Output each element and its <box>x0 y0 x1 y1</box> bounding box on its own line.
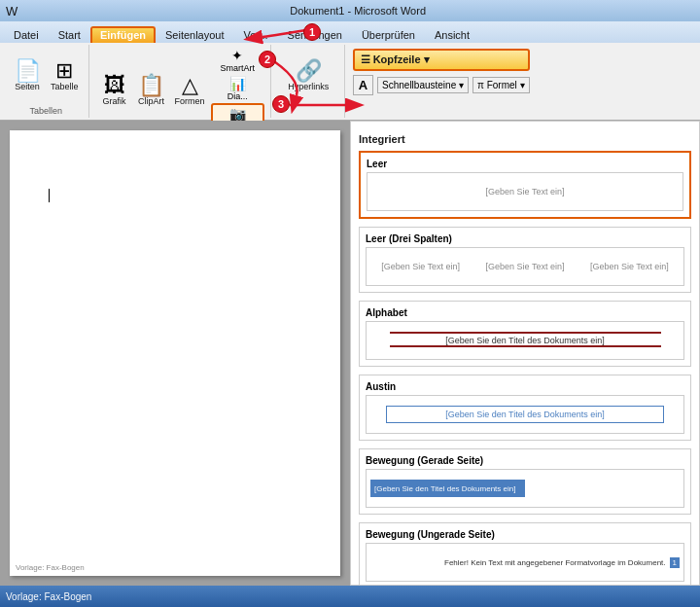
template-bewegung-ungerade-inner: Fehler! Kein Text mit angegebener Format… <box>366 543 684 582</box>
clipart-button[interactable]: 📋 ClipArt <box>134 73 169 108</box>
tabelle-button[interactable]: ⊞ Tabelle <box>47 58 83 93</box>
template-leer-inner: [Geben Sie Text ein] <box>367 172 683 211</box>
text-cursor <box>49 189 50 202</box>
document-page[interactable]: Vorlage: Fax-Bogen <box>10 130 340 576</box>
diagramm-icon: 📊 <box>229 76 246 91</box>
word-icon: W <box>6 4 18 18</box>
title-bar-text: Dokument1 - Microsoft Word <box>21 5 694 17</box>
alphabet-line <box>390 332 661 334</box>
template-alphabet-inner: [Geben Sie den Titel des Dokuments ein] <box>366 321 684 360</box>
template-alphabet[interactable]: Alphabet [Geben Sie den Titel des Dokume… <box>359 301 691 367</box>
formel-button[interactable]: π Formel ▾ <box>472 77 530 93</box>
formen-label: Formen <box>175 96 205 106</box>
hyperlinks-label: Hyperlinks <box>288 82 329 91</box>
tabellen-group-label: Tabellen <box>30 104 63 116</box>
fehler-bar: 1 <box>670 557 680 568</box>
seiten-button[interactable]: 📄 Seiten <box>10 58 45 93</box>
diagramm-button[interactable]: 📊 Dia... <box>211 75 265 102</box>
tab-einfuegen[interactable]: Einfügen <box>90 26 156 43</box>
bewegung-gerade-content: [Geben Sie den Titel des Dokuments ein] <box>367 476 683 501</box>
ribbon-tabs: Datei Start Einfügen Seitenlayout Ver...… <box>0 21 700 43</box>
austin-text: [Geben Sie den Titel des Dokuments ein] <box>386 406 664 423</box>
template-leer-drei[interactable]: Leer (Drei Spalten) [Geben Sie Text ein]… <box>359 227 691 293</box>
template-austin[interactable]: Austin [Geben Sie den Titel des Dokument… <box>359 375 691 441</box>
kopfzeile-button[interactable]: ☰ Kopfzeile ▾ <box>353 49 530 71</box>
main-area: Vorlage: Fax-Bogen Integriert Leer [Gebe… <box>0 121 700 586</box>
template-bewegung-ungerade[interactable]: Bewegung (Ungerade Seite) Fehler! Kein T… <box>359 522 691 586</box>
status-bar: Vorlage: Fax-Bogen <box>0 586 700 607</box>
badge-3: 3 <box>272 95 290 113</box>
title-bar: W Dokument1 - Microsoft Word <box>0 0 700 21</box>
template-col2: [Geben Sie Text ein] <box>474 262 575 271</box>
diagramm-label: Dia... <box>228 91 248 101</box>
ribbon-group-illustrationen: 🖼 Grafik 📋 ClipArt △ Formen ✦ SmartArt <box>91 45 272 118</box>
template-col3: [Geben Sie Text ein] <box>579 262 680 271</box>
formen-icon: △ <box>182 75 198 96</box>
clipart-label: ClipArt <box>138 96 164 106</box>
tabelle-label: Tabelle <box>51 82 79 91</box>
a-button[interactable]: A <box>353 75 373 95</box>
template-leer-text: [Geben Sie Text ein] <box>486 187 565 196</box>
bewegung-bar-text: [Geben Sie den Titel des Dokuments ein] <box>374 484 515 493</box>
tab-seitenlayout[interactable]: Seitenlayout <box>156 26 234 43</box>
tab-ansicht[interactable]: Ansicht <box>425 26 479 43</box>
smartart-icon: ✦ <box>231 48 243 63</box>
template-bewegung-ungerade-title: Bewegung (Ungerade Seite) <box>366 529 684 540</box>
seiten-icon: 📄 <box>15 60 41 82</box>
template-bewegung-gerade-inner: [Geben Sie den Titel des Dokuments ein] <box>366 469 684 508</box>
template-bewegung-gerade[interactable]: Bewegung (Gerade Seite) [Geben Sie den T… <box>359 448 691 515</box>
grafik-icon: 🖼 <box>104 75 125 96</box>
schnellbausteine-button[interactable]: Schnellbausteine ▾ <box>377 77 469 93</box>
badge-1: 1 <box>303 23 321 41</box>
hyperlinks-icon: 🔗 <box>296 60 322 82</box>
bewegung-ungerade-content: Fehler! Kein Text mit angegebener Format… <box>368 555 682 570</box>
tab-datei[interactable]: Datei <box>4 26 49 43</box>
smartart-button[interactable]: ✦ SmartArt <box>211 47 265 74</box>
grafik-label: Grafik <box>103 96 126 106</box>
tab-start[interactable]: Start <box>49 26 90 43</box>
template-austin-title: Austin <box>366 381 684 392</box>
ribbon: 📄 Seiten ⊞ Tabelle Tabellen 🖼 Grafik 📋 <box>0 43 700 121</box>
document-area: Vorlage: Fax-Bogen <box>0 121 350 586</box>
badge-2: 2 <box>259 51 276 68</box>
hyperlinks-button[interactable]: 🔗 Hyperlinks <box>284 58 332 93</box>
kopfzeile-label: Kopfzeile ▾ <box>373 54 430 66</box>
tabelle-icon: ⊞ <box>55 60 73 82</box>
template-leer-title: Leer <box>367 159 683 169</box>
grafik-button[interactable]: 🖼 Grafik <box>97 73 132 108</box>
ribbon-group-tabellen: 📄 Seiten ⊞ Tabelle Tabellen <box>4 45 89 118</box>
template-bewegung-gerade-title: Bewegung (Gerade Seite) <box>366 455 684 466</box>
smartart-label: SmartArt <box>221 63 256 73</box>
template-leer-drei-title: Leer (Drei Spalten) <box>366 233 684 244</box>
template-col1: [Geben Sie Text ein] <box>370 262 471 271</box>
template-austin-inner: [Geben Sie den Titel des Dokuments ein] <box>366 395 684 434</box>
template-leer-drei-inner: [Geben Sie Text ein] [Geben Sie Text ein… <box>366 247 684 286</box>
alphabet-line2 <box>390 345 661 347</box>
tab-ver[interactable]: Ver... <box>234 26 278 43</box>
template-leer[interactable]: Leer [Geben Sie Text ein] <box>359 151 691 219</box>
clipart-icon: 📋 <box>138 75 164 96</box>
document-footer: Vorlage: Fax-Bogen <box>16 563 85 572</box>
formen-button[interactable]: △ Formen <box>171 73 209 108</box>
seiten-label: Seiten <box>15 82 40 91</box>
bewegung-bar: [Geben Sie den Titel des Dokuments ein] <box>370 480 525 497</box>
ribbon-right-row: A Schnellbausteine ▾ π Formel ▾ <box>353 75 530 95</box>
kopfzeile-icon: ☰ <box>361 54 370 66</box>
screenshot-icon: 📷 <box>229 106 246 122</box>
dropdown-section-title: Integriert <box>359 133 691 145</box>
template-alphabet-title: Alphabet <box>366 307 684 318</box>
tab-uberpruefen[interactable]: Überprüfen <box>352 26 425 43</box>
status-text: Vorlage: Fax-Bogen <box>6 591 91 602</box>
header-dropdown-panel: Integriert Leer [Geben Sie Text ein] Lee… <box>350 121 700 586</box>
alphabet-text: [Geben Sie den Titel des Dokuments ein] <box>374 336 676 345</box>
fehler-text: Fehler! Kein Text mit angegebener Format… <box>444 558 666 567</box>
